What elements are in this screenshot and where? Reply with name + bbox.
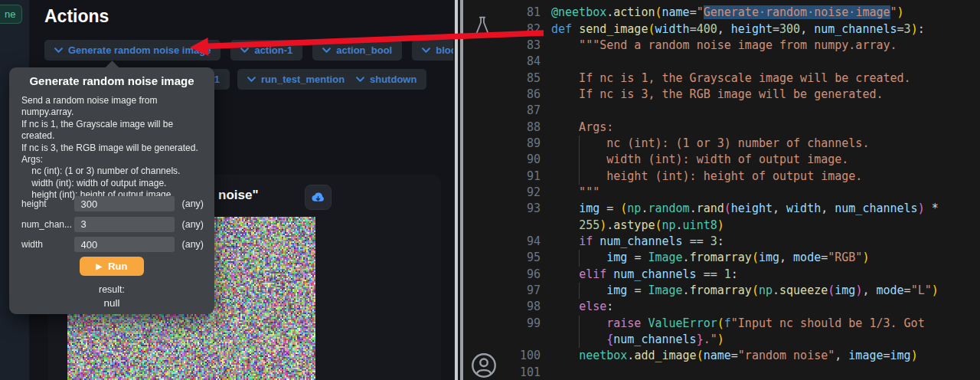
indent-guide <box>579 169 580 185</box>
action-button-shutdown[interactable]: shutdown <box>346 69 426 90</box>
code-text: raise ValueError(f"Input nc should be 1/… <box>547 316 980 332</box>
actions-button-row-1: Generate random noise image action-1 act… <box>44 40 508 61</box>
line-number: 91 <box>504 169 547 185</box>
line-number: 84 <box>504 54 547 70</box>
code-line[interactable]: 86 If nc is 3, the RGB image will be gen… <box>504 87 980 103</box>
code-text: elif num_channels == 1: <box>547 267 980 283</box>
code-line[interactable]: 97 img = Image.fromarray(np.squeeze(img)… <box>504 283 980 299</box>
tooltip-description-line: nc (int): (1 or 3) number of channels. <box>21 165 205 177</box>
code-editor-panel: 8081@neetbox.action(name="Generate·rando… <box>464 0 980 380</box>
height-field[interactable] <box>74 196 175 211</box>
code-text: if num_channels == 3: <box>547 234 980 250</box>
indent-guide <box>579 283 580 299</box>
code-line[interactable]: 98 else: <box>504 299 980 315</box>
chevron-down-icon <box>422 46 430 54</box>
line-number: 94 <box>504 234 547 250</box>
code-text: def send_image(width=400, height=300, nu… <box>547 21 980 38</box>
action-button-run-test-mention[interactable]: run_test_mention <box>237 69 354 90</box>
tooltip-title: Generate random noise image <box>9 67 214 87</box>
button-label: Generate random noise image <box>68 44 211 56</box>
num-channels-field[interactable] <box>74 217 175 232</box>
code-line[interactable]: 83 """Send a random noise image from num… <box>504 38 980 54</box>
line-number: 83 <box>504 38 547 54</box>
code-line[interactable]: 93 img = (np.random.rand(height, width, … <box>504 201 980 217</box>
code-text: {num_channels}.") <box>547 332 980 348</box>
code-text: nc (int): (1 or 3) number of channels. <box>547 136 980 152</box>
dashboard-panel: ne Actions Generate random noise image a… <box>0 0 453 380</box>
param-type-hint: (any) <box>182 239 204 250</box>
code-line[interactable]: 89 nc (int): (1 or 3) number of channels… <box>504 136 980 152</box>
action-button-action-bool[interactable]: action_bool <box>312 40 402 61</box>
chevron-down-icon <box>54 46 63 54</box>
code-line[interactable]: 94 if num_channels == 3: <box>504 234 980 250</box>
line-number: 99 <box>504 316 547 332</box>
image-card-title: noise" <box>218 188 258 203</box>
tooltip-description-line: If nc is 1, the Grayscale image will be … <box>21 119 205 142</box>
action-button-generate-random-noise-image[interactable]: Generate random noise image <box>44 40 220 61</box>
code-line[interactable]: 90 width (int): width of output image. <box>504 152 980 168</box>
line-number: 96 <box>504 267 547 283</box>
code-line[interactable]: 84 <box>504 54 980 70</box>
code-line[interactable]: 96 elif num_channels == 1: <box>504 267 980 283</box>
code-text: img = (np.random.rand(height, width, num… <box>547 201 980 217</box>
code-text: else: <box>547 299 980 315</box>
param-label: width <box>21 239 74 250</box>
param-row-height: height (any) <box>9 194 214 215</box>
code-line[interactable]: 85 If nc is 1, the Grayscale image will … <box>504 70 980 87</box>
scrollbar-thumb[interactable] <box>455 0 458 380</box>
code-line[interactable]: 255).astype(np.uint8) <box>504 218 980 234</box>
code-line[interactable]: 91 height (int): height of output image. <box>504 169 980 185</box>
line-number: 92 <box>504 185 547 201</box>
result-label: result: <box>9 284 214 295</box>
cloud-download-icon <box>311 192 325 204</box>
action-button-action-1[interactable]: action-1 <box>230 40 302 61</box>
param-label: num_chan... <box>21 219 74 230</box>
result-value: null <box>9 297 214 309</box>
line-number: 95 <box>504 250 547 266</box>
run-label: Run <box>108 260 127 272</box>
code-text: If nc is 1, the Grayscale image will be … <box>547 70 980 87</box>
code-text: @neetbox.action(name="Generate·random·no… <box>547 5 980 21</box>
code-line[interactable]: 87 <box>504 103 980 119</box>
line-number: 88 <box>504 120 547 136</box>
code-line[interactable]: 88 Args: <box>504 120 980 136</box>
code-line[interactable]: 101 <box>504 365 980 380</box>
width-field[interactable] <box>74 237 175 252</box>
scrollbar-thumb[interactable] <box>460 0 463 380</box>
code-line[interactable]: 100 neetbox.add_image(name="random noise… <box>504 348 980 364</box>
code-area[interactable]: 8081@neetbox.action(name="Generate·rando… <box>504 0 980 380</box>
tooltip-description: Send a random noise image from numpy.arr… <box>21 95 205 201</box>
run-action-button[interactable]: ▶ Run <box>80 257 144 276</box>
code-text: """ <box>547 185 980 201</box>
line-number <box>504 332 547 348</box>
screenshot-root: ne Actions Generate random noise image a… <box>0 0 980 380</box>
param-type-hint: (any) <box>182 219 204 230</box>
code-line[interactable]: {num_channels}.") <box>504 332 980 348</box>
code-text: img = Image.fromarray(img, mode="RGB") <box>547 250 980 266</box>
page-title: Actions <box>44 6 109 27</box>
line-number: 85 <box>504 70 547 87</box>
line-number: 100 <box>504 348 547 364</box>
chevron-down-icon <box>240 46 249 54</box>
button-label: action_bool <box>336 44 392 56</box>
testing-flask-icon[interactable] <box>472 15 492 41</box>
code-line[interactable]: 99 raise ValueError(f"Input nc should be… <box>504 316 980 332</box>
tooltip-description-line: If nc is 3, the RGB image will be genera… <box>21 142 205 154</box>
account-icon[interactable] <box>469 351 498 380</box>
code-line[interactable]: 81@neetbox.action(name="Generate·random·… <box>504 5 980 21</box>
download-image-button[interactable] <box>305 185 332 210</box>
indent-guide <box>579 316 580 332</box>
indent-guide <box>579 332 580 348</box>
line-number <box>504 218 547 234</box>
sidebar-tab-ne[interactable]: ne <box>0 5 22 24</box>
code-text: width (int): width of output image. <box>547 152 980 168</box>
code-text <box>547 103 980 119</box>
code-line[interactable]: 92 """ <box>504 185 980 201</box>
tooltip-description-line: Send a random noise image from numpy.arr… <box>21 95 205 119</box>
code-line[interactable]: 82def send_image(width=400, height=300, … <box>504 21 980 38</box>
code-line[interactable]: 95 img = Image.fromarray(img, mode="RGB"… <box>504 250 980 266</box>
browser-scrollbar[interactable] <box>453 0 464 380</box>
param-row-num-channels: num_chan... (any) <box>9 215 214 235</box>
activity-bar <box>464 0 504 380</box>
tooltip-parameter-form: height (any) num_chan... (any) width (an… <box>9 194 214 255</box>
